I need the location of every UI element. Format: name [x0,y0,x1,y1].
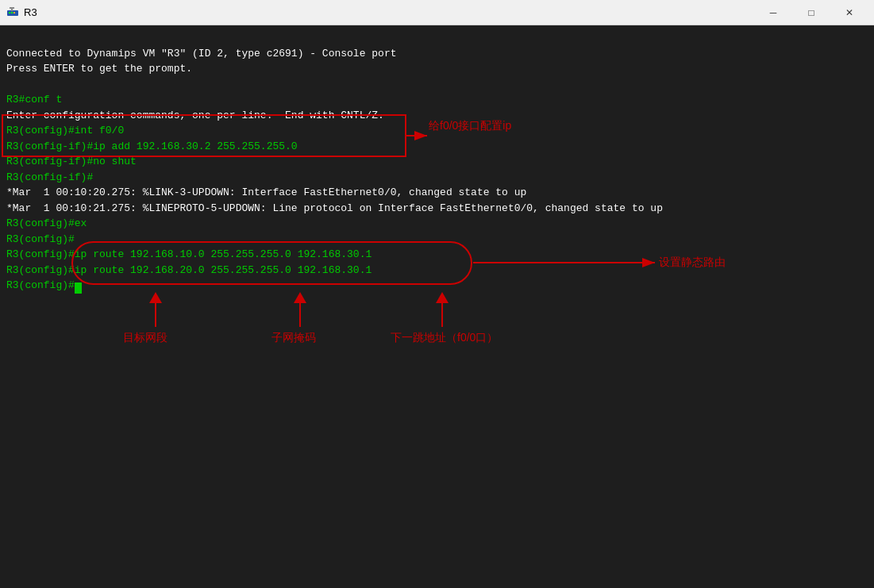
svg-rect-2 [11,12,13,13]
line-14: R3(config)#ip route 192.168.20.0 255.255… [6,264,372,276]
terminal[interactable]: Connected to Dynamips VM "R3" (ID 2, typ… [0,25,874,588]
maximize-button[interactable]: □ [793,0,830,25]
title-bar-left: R3 [6,6,37,19]
svg-rect-3 [13,12,15,13]
title-bar: R3 ─ □ ✕ [0,0,874,25]
line-15: R3(config)# [6,279,82,291]
line-8: R3(config-if)# [6,171,93,183]
close-button[interactable]: ✕ [831,0,868,25]
svg-rect-1 [9,12,10,13]
line-12: R3(config)# [6,233,75,245]
line-9: *Mar 1 00:10:20.275: %LINK-3-UPDOWN: Int… [6,186,526,198]
line-11: R3(config)#ex [6,217,87,229]
dest-subnet-annotation: 目标网段 [123,331,167,345]
router-icon [6,6,19,19]
subnet-mask-annotation: 子网掩码 [271,331,316,345]
line-4: Enter configuration commands, one per li… [6,110,384,121]
line-1: Connected to Dynamips VM "R3" (ID 2, typ… [6,48,396,60]
terminal-output: Connected to Dynamips VM "R3" (ID 2, typ… [6,30,868,309]
title-controls: ─ □ ✕ [755,0,868,25]
line-6: R3(config-if)#ip add 192.168.30.2 255.25… [6,140,298,152]
line-7: R3(config-if)#no shut [6,156,137,167]
minimize-button[interactable]: ─ [755,0,791,25]
line-10: *Mar 1 00:10:21.275: %LINEPROTO-5-UPDOWN… [6,202,663,214]
svg-rect-5 [10,7,14,9]
cursor [75,282,82,294]
line-5: R3(config)#int f0/0 [6,125,124,136]
line-13: R3(config)#ip route 192.168.10.0 255.255… [6,248,372,260]
line-3: R3#conf t [6,94,62,106]
line-2: Press ENTER to get the prompt. [6,63,192,75]
next-hop-annotation: 下一跳地址（f0/0口） [391,331,498,345]
window-title: R3 [24,6,37,18]
